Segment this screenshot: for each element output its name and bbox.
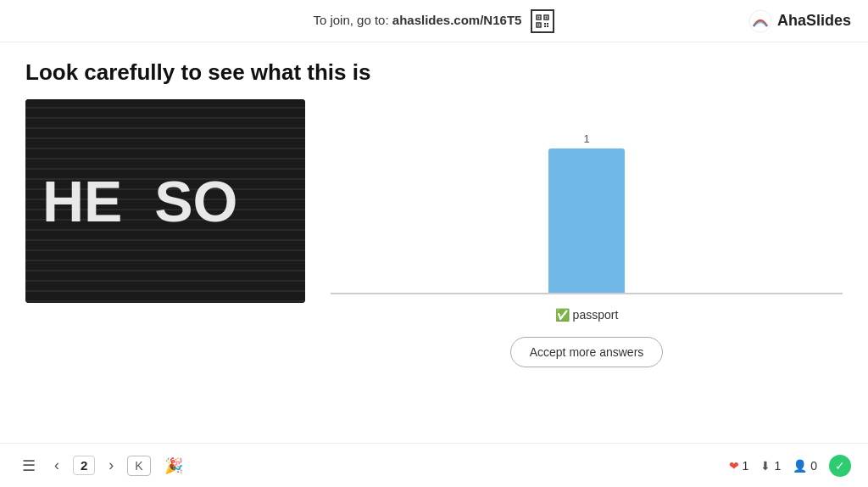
hearts-stat: ❤ 1 (729, 459, 749, 473)
main-content: Look carefully to see what this is 1 ✅ p… (0, 42, 868, 443)
svg-rect-5 (537, 24, 539, 25)
page-number: 2 (73, 456, 95, 475)
heart-icon: ❤ (729, 459, 739, 473)
chart-container: 1 ✅ passport (331, 99, 843, 322)
svg-rect-3 (545, 16, 547, 18)
celebrate-button[interactable]: 🎉 (159, 453, 188, 479)
menu-button[interactable]: ☰ (17, 453, 41, 479)
bar-label-passport: ✅ passport (555, 308, 619, 322)
prev-button[interactable]: ‹ (49, 453, 64, 478)
logo: AhaSlides (748, 9, 851, 33)
ahaslides-logo-icon (748, 9, 772, 33)
chart-panel: 1 ✅ passport Accept more answers (331, 99, 843, 367)
svg-rect-7 (547, 23, 548, 25)
bar-passport (548, 148, 625, 293)
content-area: 1 ✅ passport Accept more answers (25, 99, 843, 434)
people-stat: 👤 0 (793, 459, 817, 473)
question-image (25, 99, 305, 303)
download-icon: ⬇ (760, 459, 771, 473)
svg-rect-1 (537, 16, 539, 18)
question-title: Look carefully to see what this is (25, 59, 843, 86)
next-button[interactable]: › (103, 453, 119, 478)
svg-rect-9 (547, 25, 548, 27)
bar-value: 1 (583, 132, 589, 145)
toolbar: ☰ ‹ 2 › K 🎉 ❤ 1 ⬇ 1 👤 0 ✓ (0, 443, 868, 487)
qr-code-icon[interactable] (531, 9, 554, 33)
downloads-count: 1 (774, 459, 781, 473)
hearts-count: 1 (743, 459, 749, 473)
downloads-stat: ⬇ 1 (760, 459, 781, 473)
logo-text: AhaSlides (777, 12, 851, 30)
accept-more-button[interactable]: Accept more answers (510, 337, 664, 367)
join-url: ahaslides.com/N16T5 (392, 12, 522, 26)
chart-bars: 1 (331, 99, 843, 294)
header: To join, go to: ahaslides.com/N16T5 AhaS… (0, 0, 868, 42)
svg-rect-6 (544, 23, 546, 25)
toolbar-right: ❤ 1 ⬇ 1 👤 0 ✓ (729, 455, 851, 477)
status-indicator[interactable]: ✓ (829, 455, 851, 477)
join-label: To join, go to: (313, 12, 392, 26)
person-icon: 👤 (793, 459, 807, 473)
join-text: To join, go to: ahaslides.com/N16T5 (119, 9, 748, 33)
bar-group-passport: 1 (548, 132, 625, 293)
k-button[interactable]: K (127, 456, 150, 476)
people-count: 0 (810, 459, 817, 473)
toolbar-left: ☰ ‹ 2 › K 🎉 (17, 453, 188, 479)
svg-rect-8 (544, 25, 546, 27)
